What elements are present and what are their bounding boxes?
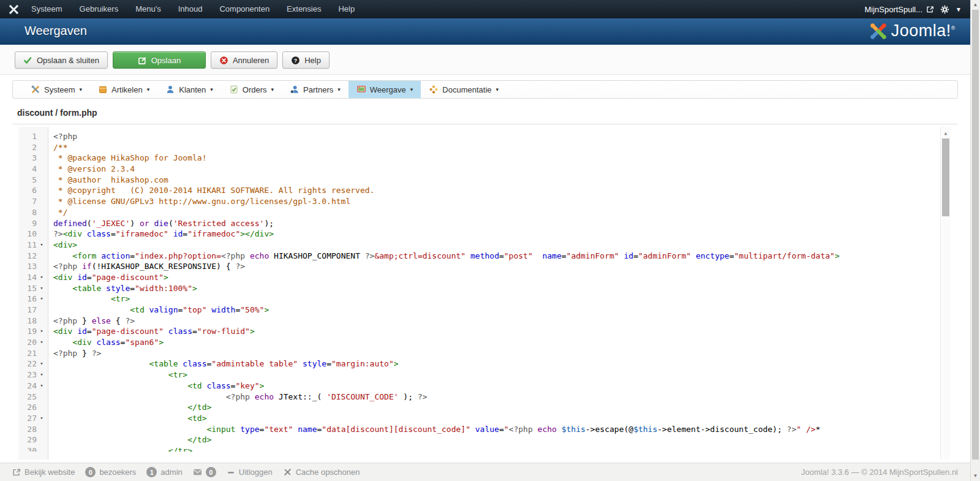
cancel-button[interactable]: Annuleren: [211, 51, 277, 69]
messages-status[interactable]: 0: [193, 467, 216, 477]
code-text[interactable]: <div id="page-discount" class="row-fluid…: [48, 326, 255, 337]
code-text[interactable]: <?php if(!HIKASHOP_BACK_RESPONSIVE) { ?>: [48, 261, 245, 272]
line-number[interactable]: 1: [18, 131, 48, 142]
scroll-up-icon[interactable]: ▲: [971, 2, 980, 7]
topbar-menu-item-componenten[interactable]: Componenten: [211, 0, 278, 18]
editor-scrollbar[interactable]: ▲: [940, 127, 951, 460]
tab-systeem[interactable]: Systeem▾: [23, 81, 90, 98]
fold-toggle-icon[interactable]: ▾: [37, 240, 47, 251]
line-number[interactable]: 22▾: [18, 358, 48, 369]
topbar-menu-item-help[interactable]: Help: [330, 0, 363, 18]
line-number[interactable]: 25: [18, 392, 48, 403]
line-number[interactable]: 24▾: [18, 381, 48, 392]
admin-status[interactable]: 1admin: [146, 467, 182, 477]
code-text[interactable]: <td>: [48, 413, 206, 424]
code-text[interactable]: <?php } ?>: [48, 348, 101, 359]
code-text[interactable]: * @package HikaShop for Joomla!: [48, 153, 206, 164]
line-number[interactable]: 6: [18, 185, 48, 196]
topbar-menu-item-systeem[interactable]: Systeem: [23, 0, 71, 18]
code-text[interactable]: ?><div class="iframedoc" id="iframedoc">…: [48, 229, 274, 240]
code-text[interactable]: * @author hikashop.com: [48, 175, 168, 186]
fold-toggle-icon[interactable]: ▾: [37, 413, 47, 424]
tab-partners[interactable]: Partners▾: [282, 81, 349, 98]
line-number[interactable]: 17: [18, 305, 48, 316]
code-text[interactable]: <table style="width:100%">: [48, 283, 197, 294]
help-button[interactable]: ?Help: [282, 51, 330, 69]
tab-documentatie[interactable]: Documentatie▾: [421, 81, 507, 98]
tab-artikelen[interactable]: Artikelen▾: [90, 81, 157, 98]
line-number[interactable]: 2: [18, 142, 48, 153]
code-text[interactable]: * @license GNU/GPLv3 http://www.gnu.org/…: [48, 196, 350, 207]
tab-orders[interactable]: Orders▾: [221, 81, 282, 98]
line-number[interactable]: 5: [18, 175, 48, 186]
tab-weergave[interactable]: Weergave▾: [349, 81, 421, 98]
view-site-link[interactable]: Bekijk website: [12, 468, 75, 477]
save-close-button[interactable]: Opslaan & sluiten: [15, 51, 108, 69]
line-number[interactable]: 10: [18, 229, 48, 240]
code-lines[interactable]: 1<?php2/**3 * @package HikaShop for Joom…: [18, 131, 941, 452]
line-number[interactable]: 12: [18, 251, 48, 262]
visitors-status[interactable]: 0bezoekers: [85, 467, 136, 477]
fold-toggle-icon[interactable]: ▾: [37, 283, 47, 294]
line-number[interactable]: 3: [18, 153, 48, 164]
site-preview-link[interactable]: MijnSportSpull...: [864, 5, 934, 14]
line-number[interactable]: 28: [18, 424, 48, 435]
code-editor[interactable]: 1<?php2/**3 * @package HikaShop for Joom…: [18, 127, 951, 460]
topbar-menu-item-gebruikers[interactable]: Gebruikers: [71, 0, 127, 18]
fold-toggle-icon[interactable]: ▾: [37, 272, 47, 283]
line-number[interactable]: 18: [18, 316, 48, 327]
page-scrollbar[interactable]: ▲ ▼: [970, 0, 980, 481]
line-number[interactable]: 9: [18, 218, 48, 229]
joomla-icon[interactable]: [9, 4, 19, 15]
code-text[interactable]: */: [48, 207, 67, 218]
line-number[interactable]: 13: [18, 261, 48, 272]
line-number[interactable]: 11▾: [18, 240, 48, 251]
code-text[interactable]: <?php echo JText::_( 'DISCOUNT_CODE' ); …: [48, 392, 428, 403]
code-text[interactable]: defined('_JEXEC') or die('Restricted acc…: [48, 218, 274, 229]
scroll-down-icon[interactable]: ▼: [971, 473, 980, 479]
code-text[interactable]: <td valign="top" width="50%">: [48, 305, 269, 316]
clean-cache-link[interactable]: Cache opschonen: [283, 468, 360, 477]
editor-scroll-up-icon[interactable]: ▲: [941, 128, 951, 139]
code-text[interactable]: <input type="text" name="data[discount][…: [48, 424, 820, 435]
line-number[interactable]: 8: [18, 207, 48, 218]
editor-scrollbar-thumb[interactable]: [942, 138, 949, 216]
topbar-menu-item-inhoud[interactable]: Inhoud: [170, 0, 211, 18]
fold-toggle-icon[interactable]: ▾: [37, 358, 47, 369]
code-text[interactable]: <tr>: [48, 294, 130, 305]
line-number[interactable]: 14▾: [18, 272, 48, 283]
line-number[interactable]: 23▾: [18, 369, 48, 381]
caret-down-icon[interactable]: ▼: [956, 6, 962, 13]
code-text[interactable]: <?php } else { ?>: [48, 316, 135, 327]
fold-toggle-icon[interactable]: ▾: [37, 326, 47, 337]
line-number[interactable]: 26: [18, 402, 48, 413]
fold-toggle-icon[interactable]: ▾: [37, 381, 47, 392]
line-number[interactable]: 29: [18, 434, 48, 445]
save-button[interactable]: Opslaan: [113, 51, 206, 69]
topbar-menu-item-extensies[interactable]: Extensies: [278, 0, 330, 18]
logout-link[interactable]: Uitloggen: [227, 468, 273, 477]
line-number[interactable]: 15▾: [18, 283, 48, 294]
code-text[interactable]: <?php: [48, 131, 77, 142]
fold-toggle-icon[interactable]: ▾: [37, 337, 47, 348]
code-text[interactable]: </tr>: [48, 445, 192, 452]
line-number[interactable]: 4: [18, 164, 48, 175]
line-number[interactable]: 20▾: [18, 337, 48, 348]
line-number[interactable]: 30: [18, 445, 48, 452]
page-scrollbar-thumb[interactable]: [972, 10, 979, 460]
line-number[interactable]: 21: [18, 348, 48, 359]
code-text[interactable]: <div>: [48, 240, 77, 251]
code-text[interactable]: <div id="page-discount">: [48, 272, 168, 283]
line-number[interactable]: 19▾: [18, 326, 48, 337]
code-text[interactable]: <form action="index.php?option=<?php ech…: [48, 251, 840, 262]
topbar-menu-item-menu-s[interactable]: Menu's: [127, 0, 170, 18]
tab-klanten[interactable]: Klanten▾: [157, 81, 221, 98]
code-text[interactable]: * @copyright (C) 2010-2014 HIKARI SOFTWA…: [48, 185, 374, 196]
code-text[interactable]: <div class="span6">: [48, 337, 164, 348]
code-text[interactable]: /**: [48, 142, 67, 153]
fold-toggle-icon[interactable]: ▾: [37, 294, 47, 305]
code-text[interactable]: <table class="admintable table" style="m…: [48, 358, 399, 369]
code-text[interactable]: </td>: [48, 402, 211, 413]
line-number[interactable]: 7: [18, 196, 48, 207]
gear-icon[interactable]: [940, 5, 949, 14]
